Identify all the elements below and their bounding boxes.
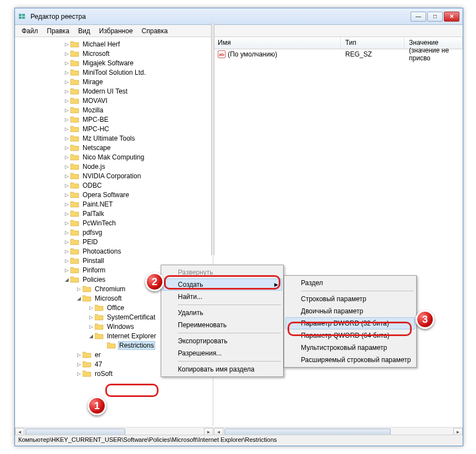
tree-item[interactable]: ▷Nico Mak Computing	[15, 152, 213, 162]
ctx-new-multi[interactable]: Мультистроковый параметр	[285, 342, 415, 354]
ctx-export[interactable]: Экспортировать	[162, 335, 282, 347]
tree-item[interactable]: ▷pdfsvg	[15, 228, 213, 237]
expand-icon[interactable]: ▷	[76, 286, 81, 292]
tree-item[interactable]: ▷Mirage	[15, 77, 213, 86]
expand-icon[interactable]: ▷	[88, 305, 94, 311]
expand-icon[interactable]	[100, 343, 106, 348]
ctx-new-string[interactable]: Строковый параметр	[285, 293, 415, 305]
tree-item[interactable]: ▷Modern UI Test	[15, 86, 213, 96]
expand-icon[interactable]: ▷	[64, 249, 69, 254]
expand-icon[interactable]: ▷	[64, 173, 69, 179]
tree-item[interactable]: ▷ODBC	[15, 180, 213, 190]
ctx-permissions[interactable]: Разрешения...	[162, 347, 282, 359]
expand-icon[interactable]: ▷	[76, 362, 81, 367]
tree-item[interactable]: ▷MOVAVI	[15, 96, 213, 105]
expand-icon[interactable]: ▷	[64, 51, 69, 56]
tree-item[interactable]: ▷Michael Herf	[15, 39, 213, 49]
list-row[interactable]: ab (По умолчанию) REG_SZ (значение не пр…	[213, 49, 463, 59]
expand-icon[interactable]: ▷	[64, 42, 69, 47]
expand-icon[interactable]: ▷	[64, 107, 69, 113]
expand-icon[interactable]: ▷	[64, 98, 69, 104]
maximize-button[interactable]: □	[427, 12, 443, 22]
expand-icon[interactable]: ▷	[64, 154, 69, 160]
ctx-rename[interactable]: Переименовать	[162, 319, 282, 331]
expand-icon[interactable]: ◢	[76, 296, 81, 301]
folder-icon	[95, 323, 104, 330]
tree-item[interactable]: ▷Paint.NET	[15, 199, 213, 209]
folder-icon	[70, 69, 79, 76]
expand-icon[interactable]: ▷	[64, 267, 69, 273]
expand-icon[interactable]: ▷	[64, 79, 69, 85]
expand-icon[interactable]: ▷	[64, 211, 69, 216]
folder-icon	[70, 135, 79, 142]
expand-icon[interactable]: ▷	[64, 70, 69, 75]
tree-item[interactable]: ▷Migajek Software	[15, 58, 213, 68]
tree-item[interactable]: ▷PElD	[15, 237, 213, 246]
tree-item[interactable]: ▷Pinstall	[15, 256, 213, 265]
ctx-new-qword[interactable]: Параметр QWORD (64 бита)	[285, 329, 415, 342]
tree-item[interactable]: ▷Mozilla	[15, 105, 213, 115]
expand-icon[interactable]: ▷	[64, 258, 69, 264]
expand-icon[interactable]: ▷	[76, 352, 81, 358]
folder-icon	[70, 78, 79, 85]
col-name[interactable]: Имя	[213, 37, 341, 49]
tree-item[interactable]: ▷Mz Ultimate Tools	[15, 133, 213, 143]
app-icon	[18, 12, 27, 21]
expand-icon[interactable]: ▷	[64, 164, 69, 169]
ctx-expand[interactable]: Развернуть	[162, 266, 282, 278]
expand-icon[interactable]: ▷	[88, 314, 94, 320]
expand-icon[interactable]: ◢	[64, 277, 69, 282]
expand-icon[interactable]: ▷	[64, 117, 69, 122]
col-type[interactable]: Тип	[341, 37, 405, 49]
expand-icon[interactable]: ▷	[64, 183, 69, 188]
value-data: (значение не присво	[405, 47, 463, 62]
menu-view[interactable]: Вид	[74, 26, 95, 36]
tree-item[interactable]: ▷Microsoft	[15, 49, 213, 58]
menu-favorites[interactable]: Избранное	[95, 26, 137, 36]
expand-icon[interactable]: ▷	[64, 145, 69, 151]
expand-icon[interactable]: ▷	[64, 220, 69, 226]
tree-item[interactable]: ▷MiniTool Solution Ltd.	[15, 68, 213, 77]
badge-1: 1	[88, 396, 106, 415]
expand-icon[interactable]: ▷	[64, 89, 69, 94]
tree-item[interactable]: ▷Opera Software	[15, 190, 213, 199]
tree-item[interactable]: ▷MPC-HC	[15, 124, 213, 133]
ctx-new-dword[interactable]: Параметр DWORD (32 бита)	[285, 317, 415, 329]
tree-item[interactable]: ▷PcWinTech	[15, 218, 213, 228]
expand-icon[interactable]: ▷	[64, 136, 69, 141]
tree-label: Internet Explorer	[106, 332, 157, 341]
ctx-copyname[interactable]: Копировать имя раздела	[162, 363, 282, 375]
menu-help[interactable]: Справка	[137, 26, 172, 36]
tree-item[interactable]: ▷PalTalk	[15, 209, 213, 218]
value-name: (По умолчанию)	[228, 50, 277, 58]
ctx-new-binary[interactable]: Двоичный параметр	[285, 305, 415, 317]
ctx-delete[interactable]: Удалить	[162, 307, 282, 319]
ctx-new-expand[interactable]: Расширяемый строковый параметр	[285, 354, 415, 366]
splitter-grip[interactable]	[211, 23, 214, 255]
menu-file[interactable]: Файл	[17, 26, 43, 36]
expand-icon[interactable]: ▷	[64, 239, 69, 245]
ctx-find[interactable]: Найти...	[162, 291, 282, 303]
expand-icon[interactable]: ▷	[88, 324, 94, 329]
close-button[interactable]: ✕	[444, 12, 459, 22]
svg-rect-1	[19, 17, 22, 19]
folder-icon	[83, 285, 91, 292]
titlebar[interactable]: Редактор реестра — □ ✕	[15, 8, 463, 25]
expand-icon[interactable]: ◢	[88, 333, 94, 339]
expand-icon[interactable]: ▷	[64, 202, 69, 207]
expand-icon[interactable]: ▷	[64, 126, 69, 132]
expand-icon[interactable]: ▷	[64, 230, 69, 235]
minimize-button[interactable]: —	[411, 12, 426, 22]
folder-icon	[70, 106, 79, 114]
expand-icon[interactable]: ▷	[64, 60, 69, 66]
tree-item[interactable]: ▷NVIDIA Corporation	[15, 171, 213, 180]
tree-item[interactable]: ▷Photoactions	[15, 246, 213, 256]
tree-item[interactable]: ▷MPC-BE	[15, 115, 213, 124]
ctx-create[interactable]: Создать▶	[162, 278, 282, 291]
tree-item[interactable]: ▷Node.js	[15, 162, 213, 171]
menu-edit[interactable]: Правка	[43, 26, 74, 36]
tree-item[interactable]: ▷Netscape	[15, 143, 213, 152]
ctx-new-key[interactable]: Раздел	[285, 277, 415, 289]
expand-icon[interactable]: ▷	[76, 371, 81, 376]
expand-icon[interactable]: ▷	[64, 192, 69, 198]
